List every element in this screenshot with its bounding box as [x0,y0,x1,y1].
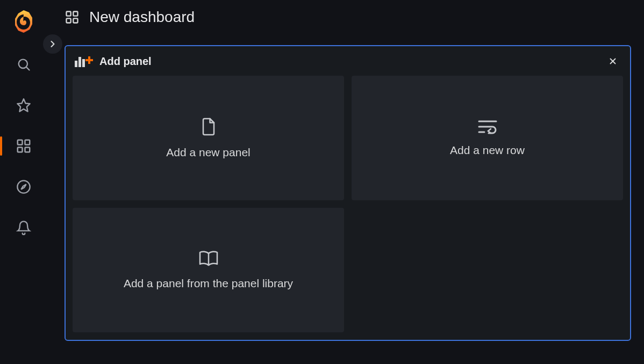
nav-explore[interactable] [13,176,34,198]
svg-rect-17 [85,59,93,61]
panel-header: Add panel [73,52,623,76]
expand-sidebar-button[interactable] [43,34,62,54]
nav-dashboards[interactable] [13,135,34,157]
search-icon [16,57,31,72]
svg-rect-4 [25,140,30,145]
nav-starred[interactable] [13,94,34,116]
svg-rect-5 [18,148,23,152]
page-header: New dashboard [47,0,644,32]
svg-rect-15 [82,59,85,67]
main-area: New dashboard Add panel [47,0,644,364]
nav-alerting[interactable] [13,217,34,238]
grafana-logo-icon [12,9,35,35]
card-label: Add a new panel [166,146,250,159]
grafana-logo[interactable] [11,10,36,34]
nav-search[interactable] [13,54,34,75]
svg-rect-11 [67,18,71,23]
panel-title: Add panel [99,55,152,68]
svg-rect-9 [67,12,71,16]
dashboard-icon [65,10,80,25]
svg-marker-2 [17,99,30,111]
svg-point-7 [17,180,30,193]
file-icon [201,117,217,136]
svg-rect-13 [75,61,77,67]
add-from-library-card[interactable]: Add a panel from the panel library [73,208,344,332]
svg-marker-8 [21,184,26,189]
sidebar [0,0,47,364]
star-icon [16,98,31,113]
chevron-right-icon [47,39,58,49]
svg-rect-3 [18,140,23,145]
page-title: New dashboard [89,9,195,26]
add-panel-icon [75,55,93,67]
svg-rect-6 [25,148,30,152]
book-open-icon [198,250,219,267]
svg-rect-10 [73,12,77,16]
card-label: Add a panel from the panel library [124,277,293,290]
svg-rect-14 [78,57,81,67]
svg-line-1 [26,67,30,70]
close-icon [608,56,618,66]
card-label: Add a new row [450,144,525,157]
wrap-text-icon [478,119,497,134]
add-new-panel-card[interactable]: Add a new panel [73,76,344,200]
cards-grid: Add a new panel Add a new row [73,76,623,332]
compass-icon [16,179,31,194]
close-button[interactable] [606,54,620,68]
add-new-row-card[interactable]: Add a new row [352,76,623,200]
add-panel-widget: Add panel Add a new panel [65,45,631,341]
svg-rect-12 [73,18,77,23]
bell-icon [16,220,31,235]
apps-grid-icon [16,138,32,154]
